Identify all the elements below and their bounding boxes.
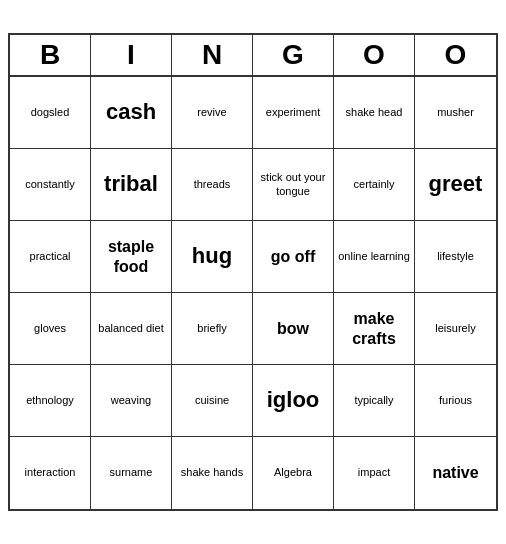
bingo-cell-28: typically	[334, 365, 415, 437]
cell-text-12: practical	[30, 250, 71, 263]
cell-text-32: shake hands	[181, 466, 243, 479]
bingo-cell-2: revive	[172, 77, 253, 149]
cell-text-1: cash	[106, 99, 156, 125]
bingo-cell-7: tribal	[91, 149, 172, 221]
bingo-cell-32: shake hands	[172, 437, 253, 509]
bingo-cell-3: experiment	[253, 77, 334, 149]
bingo-cell-16: online learning	[334, 221, 415, 293]
bingo-cell-25: weaving	[91, 365, 172, 437]
cell-text-23: leisurely	[435, 322, 475, 335]
cell-text-30: interaction	[25, 466, 76, 479]
cell-text-16: online learning	[338, 250, 410, 263]
header-letter-b-0: B	[10, 35, 91, 75]
header-letter-i-1: I	[91, 35, 172, 75]
header-letter-o-5: O	[415, 35, 496, 75]
cell-text-19: balanced diet	[98, 322, 163, 335]
bingo-cell-34: impact	[334, 437, 415, 509]
bingo-header: BINGOO	[10, 35, 496, 77]
cell-text-8: threads	[194, 178, 231, 191]
cell-text-10: certainly	[354, 178, 395, 191]
bingo-cell-4: shake head	[334, 77, 415, 149]
cell-text-28: typically	[354, 394, 393, 407]
cell-text-15: go off	[271, 247, 315, 266]
bingo-cell-30: interaction	[10, 437, 91, 509]
cell-text-20: briefly	[197, 322, 226, 335]
bingo-cell-19: balanced diet	[91, 293, 172, 365]
bingo-cell-1: cash	[91, 77, 172, 149]
cell-text-24: ethnology	[26, 394, 74, 407]
cell-text-35: native	[432, 463, 478, 482]
header-letter-g-3: G	[253, 35, 334, 75]
bingo-cell-6: constantly	[10, 149, 91, 221]
cell-text-26: cuisine	[195, 394, 229, 407]
cell-text-25: weaving	[111, 394, 151, 407]
cell-text-3: experiment	[266, 106, 320, 119]
cell-text-7: tribal	[104, 171, 158, 197]
bingo-cell-31: surname	[91, 437, 172, 509]
bingo-cell-0: dogsled	[10, 77, 91, 149]
bingo-cell-12: practical	[10, 221, 91, 293]
cell-text-29: furious	[439, 394, 472, 407]
bingo-cell-13: staple food	[91, 221, 172, 293]
cell-text-17: lifestyle	[437, 250, 474, 263]
cell-text-9: stick out your tongue	[256, 171, 330, 197]
cell-text-2: revive	[197, 106, 226, 119]
bingo-cell-5: musher	[415, 77, 496, 149]
cell-text-4: shake head	[346, 106, 403, 119]
bingo-cell-11: greet	[415, 149, 496, 221]
cell-text-18: gloves	[34, 322, 66, 335]
bingo-cell-9: stick out your tongue	[253, 149, 334, 221]
bingo-cell-22: make crafts	[334, 293, 415, 365]
cell-text-5: musher	[437, 106, 474, 119]
bingo-cell-33: Algebra	[253, 437, 334, 509]
cell-text-14: hug	[192, 243, 232, 269]
cell-text-33: Algebra	[274, 466, 312, 479]
bingo-cell-27: igloo	[253, 365, 334, 437]
bingo-cell-26: cuisine	[172, 365, 253, 437]
bingo-cell-23: leisurely	[415, 293, 496, 365]
cell-text-34: impact	[358, 466, 390, 479]
cell-text-6: constantly	[25, 178, 75, 191]
cell-text-13: staple food	[94, 237, 168, 275]
cell-text-31: surname	[110, 466, 153, 479]
bingo-cell-8: threads	[172, 149, 253, 221]
cell-text-11: greet	[429, 171, 483, 197]
header-letter-n-2: N	[172, 35, 253, 75]
bingo-cell-17: lifestyle	[415, 221, 496, 293]
cell-text-21: bow	[277, 319, 309, 338]
bingo-grid: dogsledcashreviveexperimentshake headmus…	[10, 77, 496, 509]
bingo-cell-20: briefly	[172, 293, 253, 365]
bingo-card: BINGOO dogsledcashreviveexperimentshake …	[8, 33, 498, 511]
bingo-cell-18: gloves	[10, 293, 91, 365]
bingo-cell-10: certainly	[334, 149, 415, 221]
header-letter-o-4: O	[334, 35, 415, 75]
bingo-cell-21: bow	[253, 293, 334, 365]
bingo-cell-29: furious	[415, 365, 496, 437]
cell-text-0: dogsled	[31, 106, 70, 119]
bingo-cell-15: go off	[253, 221, 334, 293]
bingo-cell-24: ethnology	[10, 365, 91, 437]
bingo-cell-35: native	[415, 437, 496, 509]
bingo-cell-14: hug	[172, 221, 253, 293]
cell-text-22: make crafts	[337, 309, 411, 347]
cell-text-27: igloo	[267, 387, 320, 413]
